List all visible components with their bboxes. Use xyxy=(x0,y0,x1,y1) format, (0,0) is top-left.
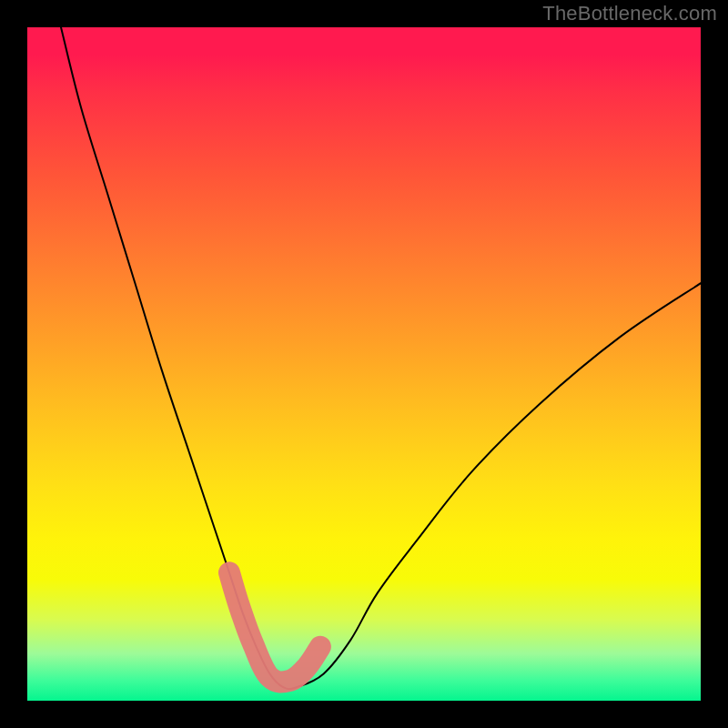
bottleneck-curve xyxy=(61,27,701,689)
curve-svg xyxy=(27,27,701,701)
chart-frame: TheBottleneck.com xyxy=(0,0,728,728)
plot-area xyxy=(27,27,701,701)
watermark-text: TheBottleneck.com xyxy=(542,2,717,25)
highlight-markers xyxy=(229,572,320,682)
